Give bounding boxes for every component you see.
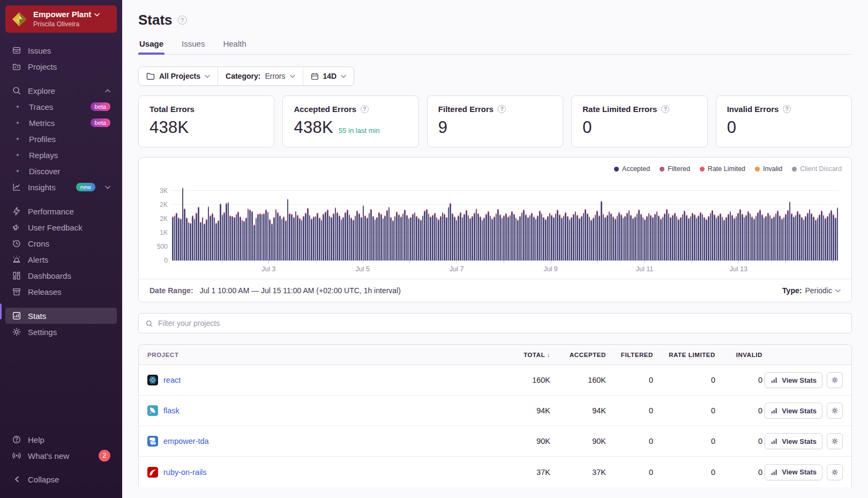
chevron-down-icon <box>290 75 295 78</box>
view-stats-button[interactable]: View Stats <box>765 372 822 388</box>
chart-bar <box>414 212 416 261</box>
line-chart-icon <box>12 182 21 192</box>
sidebar-item-insights[interactable]: Insights new <box>5 179 117 195</box>
help-icon[interactable]: ? <box>498 105 506 113</box>
chart-bar <box>196 213 197 261</box>
chart-bar <box>637 213 638 261</box>
legend-item-filtered[interactable]: Filtered <box>660 165 690 173</box>
chart-bar <box>234 217 235 261</box>
x-axis-label: Jul 3 <box>261 265 275 273</box>
chart-bar <box>315 216 317 261</box>
org-switcher[interactable]: Empower Plant Priscila Oliveira <box>5 5 117 33</box>
legend-item-invalid[interactable]: Invalid <box>755 165 782 173</box>
sidebar-item-dashboards[interactable]: Dashboards <box>5 267 117 284</box>
chart-bar <box>764 218 765 261</box>
sidebar-item-releases[interactable]: Releases <box>5 284 117 300</box>
chart-bar <box>553 217 555 261</box>
chart-bar <box>422 215 424 261</box>
chart-bar <box>656 211 658 261</box>
chart-bar <box>678 219 679 261</box>
chart-bar <box>412 214 414 261</box>
tab-issues[interactable]: Issues <box>181 39 206 54</box>
chart-bar <box>331 217 332 261</box>
chart-bar <box>208 206 209 261</box>
project-link[interactable]: react <box>163 376 181 384</box>
tab-usage[interactable]: Usage <box>138 39 164 54</box>
org-logo-icon <box>11 11 28 28</box>
card-accepted-errors: Accepted Errors? 438K55 in last min <box>282 95 418 147</box>
accepted-rate-note: 55 in last min <box>339 127 380 135</box>
chart-bar <box>529 215 531 261</box>
help-icon[interactable]: ? <box>661 105 669 113</box>
project-link[interactable]: empower-tda <box>163 437 209 445</box>
column-filtered[interactable]: FILTERED <box>606 352 653 358</box>
column-total[interactable]: TOTAL↓ <box>495 351 550 359</box>
chart-bar <box>583 213 585 261</box>
sidebar-item-replays[interactable]: •Replays <box>5 147 117 163</box>
chart-bar <box>283 217 285 261</box>
org-name: Empower Plant <box>33 10 91 19</box>
view-stats-button[interactable]: View Stats <box>765 433 822 449</box>
project-settings-button[interactable] <box>827 464 843 480</box>
sidebar-item-help[interactable]: Help <box>5 432 117 448</box>
project-settings-button[interactable] <box>827 372 843 388</box>
column-accepted[interactable]: ACCEPTED <box>550 352 606 358</box>
sidebar-item-projects[interactable]: Projects <box>5 58 117 75</box>
view-stats-button[interactable]: View Stats <box>765 464 822 480</box>
project-settings-button[interactable] <box>827 403 843 419</box>
project-link[interactable]: ruby-on-rails <box>163 468 207 477</box>
sidebar-item-performance[interactable]: Performance <box>5 203 117 219</box>
chart-bar <box>215 223 217 261</box>
x-axis-label: Jul 11 <box>636 265 653 273</box>
chart-bar <box>684 211 685 261</box>
view-stats-button[interactable]: View Stats <box>765 403 822 419</box>
chart-bar <box>567 216 568 261</box>
legend-item-client-discard[interactable]: Client Discard <box>792 165 842 173</box>
platform-icon-react <box>147 375 158 385</box>
help-icon[interactable]: ? <box>783 105 791 113</box>
search-input[interactable] <box>158 319 845 328</box>
chart-bar <box>551 215 552 261</box>
sidebar-item-traces[interactable]: • Traces beta <box>5 99 117 115</box>
sidebar-item-settings[interactable]: Settings <box>5 324 117 340</box>
chart-bar <box>418 218 420 261</box>
chart-bar <box>819 214 820 261</box>
column-invalid[interactable]: INVALID <box>715 352 762 358</box>
date-period-filter[interactable]: 14D <box>303 67 354 85</box>
sidebar-item-profiles[interactable]: •Profiles <box>5 131 117 147</box>
whats-new-count-badge: 2 <box>99 450 110 462</box>
sidebar-item-explore[interactable]: Explore <box>5 83 117 99</box>
project-filter[interactable]: All Projects <box>139 67 218 85</box>
chart-bar <box>624 216 626 261</box>
legend-item-accepted[interactable]: Accepted <box>614 165 650 173</box>
sidebar-item-stats[interactable]: Stats <box>5 308 117 324</box>
sidebar-item-discover[interactable]: •Discover <box>5 163 117 179</box>
chart-bar <box>434 213 436 261</box>
page-title: Stats <box>138 12 173 28</box>
project-link[interactable]: flask <box>163 406 179 415</box>
category-filter[interactable]: Category: Errors <box>218 67 302 85</box>
help-icon[interactable]: ? <box>361 105 369 113</box>
sidebar-item-whats-new[interactable]: What's new 2 <box>5 448 117 464</box>
sidebar-item-metrics[interactable]: • Metrics beta <box>5 115 117 131</box>
chart-bar <box>825 218 826 261</box>
chart-type-select[interactable]: Type: Periodic <box>782 286 841 295</box>
project-settings-button[interactable] <box>827 433 843 449</box>
chart-bar <box>222 214 223 261</box>
legend-item-rate-limited[interactable]: Rate Limited <box>700 165 745 173</box>
sidebar-item-alerts[interactable]: Alerts <box>5 251 117 267</box>
column-project[interactable]: PROJECT <box>147 352 495 358</box>
sidebar-item-user-feedback[interactable]: User Feedback <box>5 219 117 235</box>
chart-bar <box>176 213 177 261</box>
x-axis-tick <box>222 261 222 263</box>
gear-icon <box>831 407 839 414</box>
sidebar-item-crons[interactable]: Crons <box>5 235 117 251</box>
tab-health[interactable]: Health <box>222 39 247 54</box>
chart-bar <box>228 202 229 261</box>
sidebar-item-issues[interactable]: Issues <box>5 42 117 58</box>
chart-bar <box>783 217 785 261</box>
chart-bar <box>476 209 477 261</box>
column-rate-limited[interactable]: RATE LIMITED <box>653 352 715 358</box>
sidebar-collapse-button[interactable]: Collapse <box>5 471 117 487</box>
page-help-icon[interactable]: ? <box>178 16 187 25</box>
